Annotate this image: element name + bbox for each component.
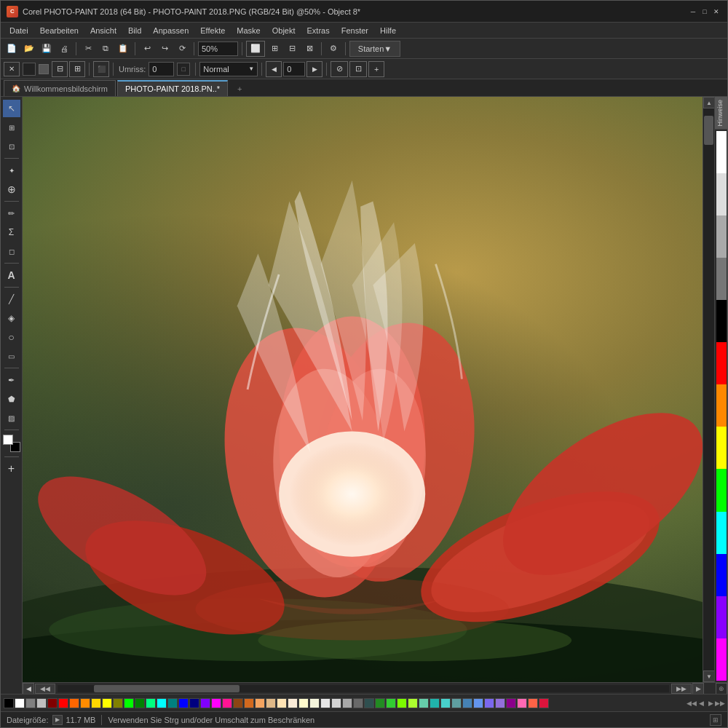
ps-17[interactable] — [178, 698, 189, 708]
ps-32[interactable] — [342, 698, 352, 708]
ps-5[interactable] — [47, 698, 58, 708]
palette-nav-prev2[interactable]: ◀◀ — [687, 698, 696, 708]
ps-11[interactable] — [113, 698, 123, 708]
ps-37[interactable] — [397, 698, 407, 708]
scroll-next2[interactable]: ▶▶ — [671, 684, 692, 694]
umriss-input[interactable] — [149, 62, 174, 76]
scroll-thumb-v[interactable] — [704, 116, 713, 145]
ps-31[interactable] — [331, 698, 341, 708]
color-cyan[interactable] — [716, 512, 727, 554]
ruler-btn[interactable]: ⊟ — [284, 41, 300, 57]
menu-bild[interactable]: Bild — [122, 25, 147, 36]
palette-white[interactable] — [15, 698, 25, 708]
ps-49[interactable] — [528, 698, 538, 708]
ps-40[interactable] — [430, 698, 440, 708]
maximize-button[interactable]: □ — [700, 7, 710, 17]
scroll-next[interactable]: ▶ — [692, 683, 704, 695]
ps-36[interactable] — [386, 698, 396, 708]
menu-bearbeiten[interactable]: Bearbeiten — [34, 25, 84, 36]
ps-23[interactable] — [244, 698, 254, 708]
ps-43[interactable] — [462, 698, 472, 708]
ps-21[interactable] — [222, 698, 232, 708]
tool-add[interactable]: + — [3, 460, 20, 478]
ps-35[interactable] — [375, 698, 385, 708]
reset-button[interactable]: ⟳ — [174, 41, 190, 57]
ps-29[interactable] — [309, 698, 320, 708]
ps-3[interactable] — [25, 698, 36, 708]
color-magenta[interactable] — [716, 638, 727, 681]
tb2-color-swatch[interactable] — [23, 63, 36, 76]
tb2-selector2[interactable]: ⊞ — [69, 61, 85, 77]
palette-nav-prev[interactable]: ◀ — [697, 698, 705, 708]
ps-33[interactable] — [353, 698, 363, 708]
ps-12[interactable] — [124, 698, 134, 708]
tb2-opacity-down[interactable]: ◀ — [266, 61, 282, 77]
menu-extras[interactable]: Extras — [301, 25, 336, 36]
zoom-input[interactable] — [198, 41, 238, 56]
ps-19[interactable] — [200, 698, 210, 708]
ps-16[interactable] — [167, 698, 178, 708]
start-btn[interactable]: Starten ▼ — [349, 41, 400, 57]
ps-24[interactable] — [255, 698, 265, 708]
paste-button[interactable]: 📋 — [115, 41, 131, 57]
tb2-extra2[interactable]: ⊡ — [349, 61, 367, 77]
tool-clone[interactable]: Σ — [3, 223, 20, 241]
color-swap[interactable] — [3, 435, 20, 452]
ps-38[interactable] — [408, 698, 418, 708]
ps-13[interactable] — [135, 698, 145, 708]
blend-mode-dropdown[interactable]: Normal ▼ — [199, 62, 258, 76]
tool-gradient[interactable]: ▨ — [3, 409, 20, 427]
hints-tab[interactable]: Hinweise — [715, 97, 727, 130]
ps-10[interactable] — [102, 698, 112, 708]
minimize-button[interactable]: ─ — [688, 7, 698, 17]
close-button[interactable]: ✕ — [711, 7, 721, 17]
menu-hilfe[interactable]: Hilfe — [374, 25, 402, 36]
menu-anpassen[interactable]: Anpassen — [147, 25, 194, 36]
tab-add-button[interactable]: + — [232, 82, 247, 96]
tb2-opacity-input[interactable] — [283, 62, 305, 76]
color-red[interactable] — [716, 342, 727, 384]
menu-effekte[interactable]: Effekte — [194, 25, 231, 36]
ps-50[interactable] — [539, 698, 549, 708]
ps-25[interactable] — [266, 698, 276, 708]
tool-zoom[interactable]: ⊕ — [3, 181, 20, 198]
ps-7[interactable] — [69, 698, 79, 708]
cut-button[interactable]: ✂ — [80, 41, 96, 57]
ps-4[interactable] — [36, 698, 47, 708]
ps-6[interactable] — [58, 698, 68, 708]
tb2-mask-add[interactable]: ✕ — [4, 62, 20, 76]
ps-45[interactable] — [484, 698, 494, 708]
frame-btn[interactable]: ⬜ — [246, 41, 265, 57]
ps-15[interactable] — [157, 698, 167, 708]
color-green[interactable] — [716, 469, 727, 511]
grid-btn[interactable]: ⊞ — [266, 41, 282, 57]
file-size-info-btn[interactable]: ▶ — [52, 715, 63, 725]
ps-9[interactable] — [91, 698, 101, 708]
color-yellow[interactable] — [716, 427, 727, 469]
new-button[interactable]: 📄 — [4, 41, 20, 57]
palette-nav-next2[interactable]: ▶▶ — [716, 698, 724, 708]
ps-20[interactable] — [211, 698, 221, 708]
tb2-add[interactable]: + — [368, 61, 384, 77]
fg-color[interactable] — [3, 435, 13, 445]
h-scroll-thumb[interactable] — [94, 685, 240, 692]
canvas-area[interactable]: Nanda Dixit — [23, 97, 703, 682]
copy-button[interactable]: ⧉ — [98, 41, 114, 57]
tool-eraser[interactable]: ◻ — [3, 242, 20, 260]
ps-28[interactable] — [298, 698, 309, 708]
tool-circle[interactable]: ○ — [3, 328, 20, 346]
menu-objekt[interactable]: Objekt — [266, 25, 301, 36]
save-button[interactable]: 💾 — [39, 41, 55, 57]
ps-22[interactable] — [233, 698, 243, 708]
ps-18[interactable] — [189, 698, 199, 708]
tool-eyedropper[interactable]: ✦ — [3, 162, 20, 179]
tab-photo[interactable]: PHOTO-PAINT 2018.PN..* — [117, 80, 228, 96]
ps-8[interactable] — [80, 698, 90, 708]
menu-datei[interactable]: Datei — [4, 25, 34, 36]
color-lgray[interactable] — [716, 173, 727, 215]
print-button[interactable]: 🖨 — [56, 41, 72, 57]
open-button[interactable]: 📂 — [21, 41, 37, 57]
menu-maske[interactable]: Maske — [231, 25, 266, 36]
scroll-track-v[interactable] — [703, 108, 714, 670]
ps-47[interactable] — [506, 698, 516, 708]
